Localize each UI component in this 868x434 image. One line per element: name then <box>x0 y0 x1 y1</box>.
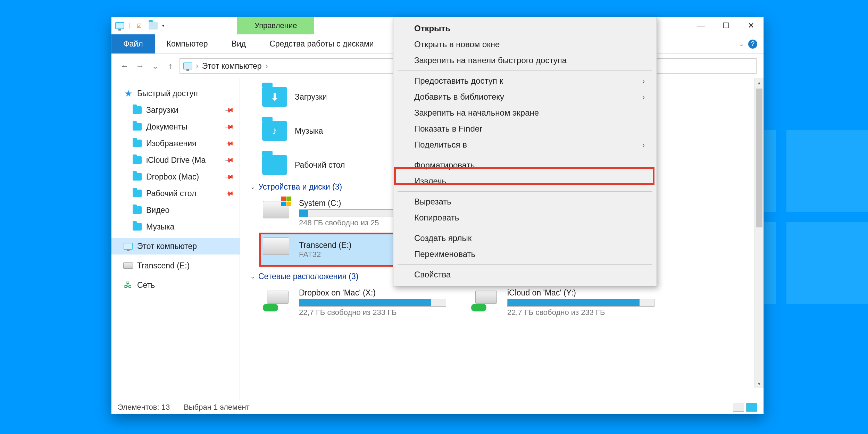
back-button[interactable]: ← <box>118 60 131 72</box>
capacity-bar <box>299 299 446 307</box>
tile-label: Рабочий стол <box>295 160 345 170</box>
section-label: Устройства и диски (3) <box>258 182 342 192</box>
drive-name: Dropbox on 'Mac' (X:) <box>299 288 446 298</box>
cm-separator <box>398 228 652 228</box>
chevron-right-icon: › <box>642 77 645 85</box>
context-menu: Открыть Открыть в новом окне Закрепить н… <box>393 17 657 286</box>
folder-icon <box>132 122 142 132</box>
pc-icon <box>123 241 133 251</box>
cm-add-library[interactable]: Добавить в библиотеку› <box>395 89 655 105</box>
breadcrumb-root[interactable]: Этот компьютер <box>202 61 262 71</box>
maximize-button[interactable]: ☐ <box>713 17 738 34</box>
pc-icon <box>115 21 125 31</box>
sidebar-item-video[interactable]: Видео <box>111 202 240 218</box>
cm-share-access[interactable]: Предоставить доступ к› <box>395 73 655 89</box>
sidebar-item-label: Изображения <box>146 139 197 148</box>
drive-tile-transcend[interactable]: Transcend (E:) FAT32 <box>261 234 402 265</box>
minimize-button[interactable]: — <box>688 17 713 34</box>
vertical-scrollbar[interactable]: ▴ ▾ <box>754 78 763 388</box>
folder-icon <box>132 105 142 115</box>
sidebar-item-downloads[interactable]: Загрузки📌 <box>111 102 240 118</box>
cm-open[interactable]: Открыть <box>395 20 655 36</box>
tab-file[interactable]: Файл <box>111 34 155 53</box>
cm-format[interactable]: Форматировать... <box>395 157 655 173</box>
tab-drive-tools[interactable]: Средства работы с дисками <box>258 34 385 53</box>
cm-separator <box>398 264 652 265</box>
sidebar-item-icloud[interactable]: iCloud Drive (Ma📌 <box>111 152 240 168</box>
qat-dropdown-icon[interactable]: ▾ <box>162 23 164 28</box>
chevron-down-icon: ⌄ <box>250 273 255 280</box>
tab-computer[interactable]: Компьютер <box>155 34 220 53</box>
sidebar-item-label: Рабочий стол <box>146 189 196 198</box>
sidebar-item-label: iCloud Drive (Ma <box>146 156 206 165</box>
view-tiles-button[interactable] <box>746 403 757 412</box>
star-icon: ★ <box>123 89 133 98</box>
sidebar-network[interactable]: 🖧Сеть <box>111 277 240 293</box>
cm-eject[interactable]: Извлечь <box>395 173 655 189</box>
drive-icon <box>123 261 133 270</box>
folder-icon <box>132 222 142 232</box>
drive-name: iCloud on 'Mac' (Y:) <box>507 288 654 298</box>
cm-label: Поделиться в <box>414 140 467 149</box>
cm-share[interactable]: Поделиться в› <box>395 137 655 153</box>
cm-separator <box>398 155 652 155</box>
up-button[interactable]: ↑ <box>164 60 177 72</box>
cm-show-finder[interactable]: Показать в Finder <box>395 121 655 137</box>
sidebar-item-label: Быстрый доступ <box>137 89 198 98</box>
sidebar-item-label: Загрузки <box>146 106 178 115</box>
pin-icon: 📌 <box>224 105 235 116</box>
sidebar-item-label: Transcend (E:) <box>137 261 190 270</box>
recent-dropdown-icon[interactable]: ⌄ <box>149 60 161 72</box>
drive-name: Transcend (E:) <box>299 241 400 250</box>
pin-icon: 📌 <box>224 188 235 199</box>
sidebar-item-label: Музыка <box>146 222 174 232</box>
cm-label: Предоставить доступ к <box>414 76 503 85</box>
drive-tile-dropbox[interactable]: Dropbox on 'Mac' (X:) 22,7 ГБ свободно и… <box>261 286 448 319</box>
tab-view[interactable]: Вид <box>220 34 258 53</box>
close-button[interactable]: ✕ <box>738 17 763 34</box>
context-tab-manage[interactable]: Управление <box>237 17 314 34</box>
cm-label: Добавить в библиотеку <box>414 92 504 101</box>
new-folder-icon[interactable] <box>148 21 158 31</box>
help-icon[interactable]: ? <box>748 40 757 49</box>
sidebar-this-pc[interactable]: Этот компьютер <box>111 238 240 254</box>
cm-cut[interactable]: Вырезать <box>395 194 655 210</box>
sidebar-item-dropbox[interactable]: Dropbox (Mac)📌 <box>111 168 240 185</box>
pin-icon: 📌 <box>224 155 235 166</box>
sidebar-item-desktop[interactable]: Рабочий стол📌 <box>111 185 240 202</box>
sidebar-item-music[interactable]: Музыка <box>111 218 240 235</box>
cm-rename[interactable]: Переименовать <box>395 246 655 262</box>
cm-pin-start[interactable]: Закрепить на начальном экране <box>395 105 655 121</box>
folder-icon <box>132 139 142 148</box>
drive-tile-icloud[interactable]: iCloud on 'Mac' (Y:) 22,7 ГБ свободно из… <box>469 286 657 319</box>
navigation-pane: ★Быстрый доступ Загрузки📌 Документы📌 Изо… <box>111 78 240 400</box>
view-details-button[interactable] <box>733 403 744 412</box>
cm-open-new-window[interactable]: Открыть в новом окне <box>395 36 655 52</box>
forward-button[interactable]: → <box>134 60 146 72</box>
drive-subtext: 22,7 ГБ свободно из 233 ГБ <box>299 308 446 317</box>
ribbon-collapse-icon[interactable]: ⌄ <box>739 40 744 48</box>
cm-properties[interactable]: Свойства <box>395 267 655 283</box>
scroll-down-icon[interactable]: ▾ <box>755 379 763 388</box>
chevron-down-icon: ⌄ <box>250 184 255 190</box>
sidebar-item-pictures[interactable]: Изображения📌 <box>111 135 240 152</box>
status-item-count: Элементов: 13 <box>118 403 170 412</box>
capacity-bar <box>507 299 654 307</box>
network-icon: 🖧 <box>123 280 133 290</box>
cm-separator <box>398 70 652 71</box>
tile-label: Музыка <box>295 126 323 136</box>
properties-icon[interactable]: ☑ <box>134 21 144 31</box>
section-label: Сетевые расположения (3) <box>258 272 358 281</box>
sidebar-transcend[interactable]: Transcend (E:) <box>111 257 240 274</box>
scroll-up-icon[interactable]: ▴ <box>755 78 763 87</box>
drive-subtext: FAT32 <box>299 250 400 259</box>
qat-separator: | <box>129 23 130 29</box>
cm-copy[interactable]: Копировать <box>395 210 655 226</box>
cm-create-shortcut[interactable]: Создать ярлык <box>395 230 655 246</box>
scrollbar-thumb[interactable] <box>756 89 762 227</box>
sidebar-item-documents[interactable]: Документы📌 <box>111 118 240 135</box>
cm-pin-quick-access[interactable]: Закрепить на панели быстрого доступа <box>395 52 655 68</box>
drive-subtext: 22,7 ГБ свободно из 233 ГБ <box>507 308 654 317</box>
chevron-right-icon[interactable]: › <box>265 61 268 71</box>
sidebar-quick-access[interactable]: ★Быстрый доступ <box>111 85 240 102</box>
